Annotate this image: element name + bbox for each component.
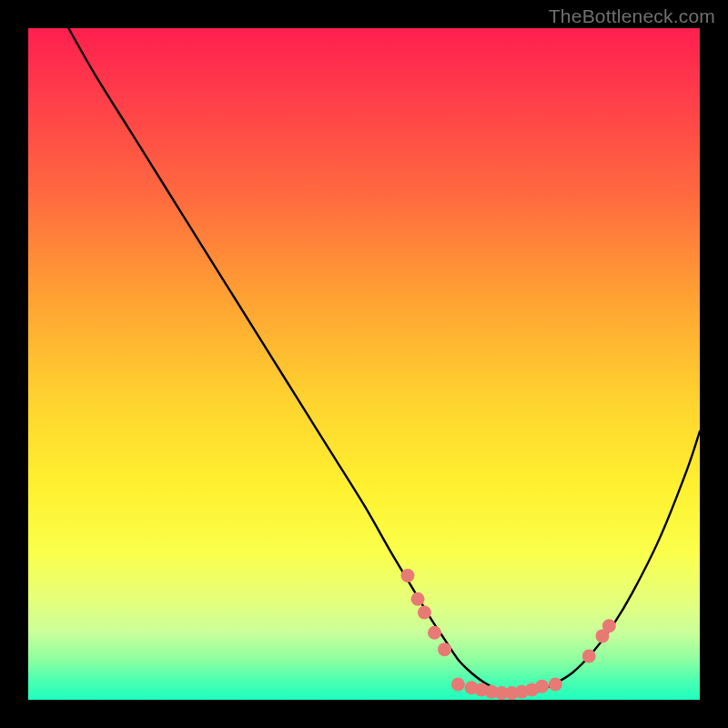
data-point xyxy=(535,680,549,693)
data-point xyxy=(438,642,451,656)
plot-area xyxy=(28,28,700,700)
bottleneck-curve xyxy=(68,28,700,693)
data-point xyxy=(428,626,441,640)
data-point xyxy=(418,606,431,620)
data-point xyxy=(582,650,596,663)
curve-svg xyxy=(28,28,700,700)
chart-frame: TheBottleneck.com xyxy=(0,0,728,728)
data-point xyxy=(411,592,425,606)
data-point xyxy=(400,569,414,582)
data-point xyxy=(451,678,465,692)
data-point xyxy=(549,678,562,692)
data-points xyxy=(400,569,615,700)
data-point xyxy=(602,619,616,632)
watermark-text: TheBottleneck.com xyxy=(549,5,715,27)
